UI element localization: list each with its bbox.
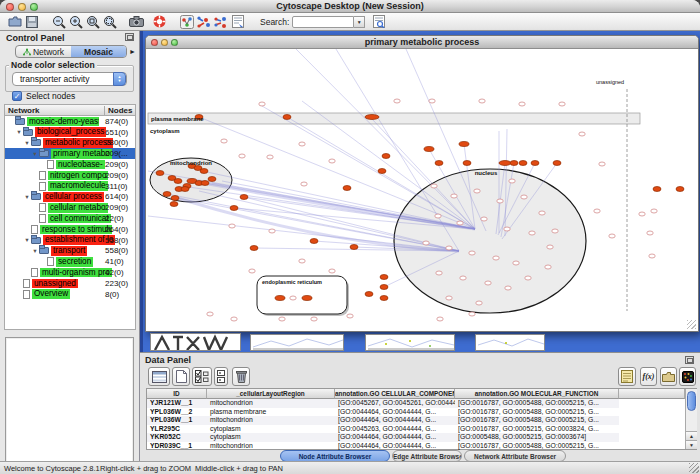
table-cell-molecular_function[interactable]: [GO:0016787, GO:0005488, GO:0005215, G..… bbox=[455, 416, 619, 425]
frame-resize-grip[interactable] bbox=[687, 320, 696, 329]
graph-node[interactable] bbox=[435, 214, 441, 218]
graph-node[interactable] bbox=[460, 276, 466, 280]
table-cell-region[interactable]: cytoplasm bbox=[207, 433, 335, 442]
selected-graph-node[interactable] bbox=[653, 187, 661, 192]
network-canvas[interactable]: plasma membranecytoplasmmitochondrionnuc… bbox=[146, 49, 698, 331]
graph-node[interactable] bbox=[505, 286, 511, 290]
table-cell-cellular_component[interactable]: [GO:0045263, GO:0044444, G... bbox=[335, 425, 455, 434]
float-panel-icon[interactable] bbox=[685, 356, 694, 364]
graph-node[interactable] bbox=[521, 195, 527, 199]
table-cell-molecular_function[interactable]: [GO:0005488, GO:0005215, GO:0003674] bbox=[455, 433, 619, 442]
selected-graph-node[interactable] bbox=[365, 115, 379, 120]
graph-node[interactable] bbox=[539, 211, 545, 215]
snapshot-icon[interactable] bbox=[128, 14, 145, 30]
selected-graph-node[interactable] bbox=[510, 161, 518, 166]
tree-row[interactable]: cellular metabo209(0) bbox=[5, 202, 135, 213]
table-cell-id[interactable]: YLR295C bbox=[147, 425, 207, 434]
graph-node[interactable] bbox=[504, 227, 510, 231]
open-icon[interactable] bbox=[6, 14, 23, 30]
search-options-icon[interactable] bbox=[370, 14, 387, 30]
network-window-titlebar[interactable]: primary metabolic process bbox=[146, 36, 698, 49]
hidden-window-fragment[interactable] bbox=[150, 333, 241, 351]
graph-node[interactable] bbox=[267, 155, 273, 159]
graph-node[interactable] bbox=[329, 269, 335, 273]
table-cell-id[interactable]: YKR052C bbox=[147, 433, 207, 442]
selected-graph-node[interactable] bbox=[283, 115, 291, 120]
table-column-header[interactable]: annotation.GO CELLULAR_COMPONENT bbox=[335, 389, 455, 399]
zoom-out-icon[interactable] bbox=[50, 14, 67, 30]
graph-node[interactable] bbox=[493, 256, 499, 260]
graph-node[interactable] bbox=[529, 231, 535, 235]
graph-node[interactable] bbox=[513, 261, 519, 265]
disclosure-triangle-icon[interactable]: ▼ bbox=[23, 194, 31, 200]
graph-node[interactable] bbox=[647, 231, 653, 235]
selected-graph-node[interactable] bbox=[463, 161, 471, 166]
selected-graph-node[interactable] bbox=[343, 186, 351, 191]
graph-node[interactable] bbox=[259, 102, 265, 106]
selected-graph-node[interactable] bbox=[382, 154, 390, 159]
selected-graph-node[interactable] bbox=[171, 196, 179, 201]
color-attribute-dropdown[interactable]: transporter activity ▲▼ bbox=[12, 72, 127, 86]
network-window[interactable]: primary metabolic process plasma membran… bbox=[145, 35, 699, 332]
disclosure-triangle-icon[interactable]: ▼ bbox=[23, 237, 31, 243]
import-attributes-icon[interactable] bbox=[660, 367, 677, 386]
float-panel-icon[interactable] bbox=[125, 33, 134, 41]
graph-node[interactable] bbox=[469, 312, 475, 316]
matrix-icon[interactable] bbox=[679, 367, 696, 386]
table-cell-id[interactable]: YPL036W__2 bbox=[147, 408, 207, 417]
table-cell-region[interactable]: mitochondrion bbox=[207, 416, 335, 425]
birdseye-panel[interactable] bbox=[5, 337, 134, 474]
tree-row[interactable]: unassigned223(0) bbox=[5, 278, 135, 289]
selected-graph-node[interactable] bbox=[350, 245, 358, 250]
graph-node[interactable] bbox=[481, 217, 487, 221]
graph-node[interactable] bbox=[437, 317, 443, 321]
selected-graph-node[interactable] bbox=[378, 169, 386, 174]
graph-node[interactable] bbox=[579, 132, 585, 136]
graph-node[interactable] bbox=[329, 159, 335, 163]
graph-node[interactable] bbox=[229, 224, 235, 228]
table-column-header[interactable]: ID bbox=[147, 389, 207, 399]
graph-node[interactable] bbox=[476, 301, 482, 305]
search-dropdown-arrow[interactable]: ▼ bbox=[354, 16, 365, 28]
table-cell-region[interactable]: cytoplasm bbox=[207, 425, 335, 434]
graph-node[interactable] bbox=[221, 139, 227, 143]
selected-graph-node[interactable] bbox=[156, 171, 164, 176]
selected-graph-node[interactable] bbox=[435, 161, 443, 166]
table-cell-molecular_function[interactable]: [GO:0016787, GO:0005215, GO:0003824, G..… bbox=[455, 425, 619, 434]
selected-graph-node[interactable] bbox=[459, 142, 469, 147]
hidden-window-fragment[interactable] bbox=[475, 334, 545, 351]
graph-node[interactable] bbox=[394, 99, 400, 103]
graph-node[interactable] bbox=[207, 312, 213, 316]
graph-node[interactable] bbox=[451, 194, 457, 198]
tab-network[interactable]: Network bbox=[16, 46, 71, 57]
graph-node[interactable] bbox=[279, 317, 285, 321]
graph-node[interactable] bbox=[485, 281, 491, 285]
graph-node[interactable] bbox=[269, 229, 275, 233]
selected-graph-node[interactable] bbox=[302, 296, 312, 301]
graph-node[interactable] bbox=[299, 142, 305, 146]
tree-row[interactable]: macromolecule311(0) bbox=[5, 181, 135, 192]
help-icon[interactable] bbox=[151, 14, 168, 30]
graph-node[interactable] bbox=[249, 269, 255, 273]
table-cell-cellular_component[interactable]: [GO:0044464, GO:0044444, G... bbox=[335, 433, 455, 442]
selected-graph-node[interactable] bbox=[365, 292, 373, 297]
layout-settings-icon[interactable] bbox=[212, 14, 229, 30]
graph-node[interactable] bbox=[559, 102, 565, 106]
scroll-down-arrow[interactable]: ▼ bbox=[686, 440, 697, 449]
tree-row[interactable]: response to stimulu264(0) bbox=[5, 224, 135, 235]
table-column-header[interactable]: _cellularLayoutRegion bbox=[207, 389, 335, 399]
selected-graph-node[interactable] bbox=[250, 246, 258, 251]
delete-attribute-icon[interactable] bbox=[232, 367, 250, 386]
selected-graph-node[interactable] bbox=[163, 192, 171, 197]
graph-node[interactable] bbox=[457, 221, 463, 225]
graph-node[interactable] bbox=[547, 245, 553, 249]
selected-graph-node[interactable] bbox=[531, 161, 539, 166]
disclosure-triangle-icon[interactable]: ▼ bbox=[31, 151, 39, 157]
hidden-window-fragment[interactable] bbox=[250, 334, 344, 351]
hidden-window-fragment[interactable] bbox=[365, 334, 455, 351]
table-cell-id[interactable]: YDR039C__1 bbox=[147, 442, 207, 451]
window-titlebar[interactable]: Cytoscape Desktop (New Session) bbox=[0, 0, 700, 13]
table-column-header[interactable]: annotation.GO MOLECULAR_FUNCTION bbox=[455, 389, 619, 399]
graph-node[interactable] bbox=[311, 317, 317, 321]
disclosure-triangle-icon[interactable]: ▼ bbox=[31, 248, 39, 254]
